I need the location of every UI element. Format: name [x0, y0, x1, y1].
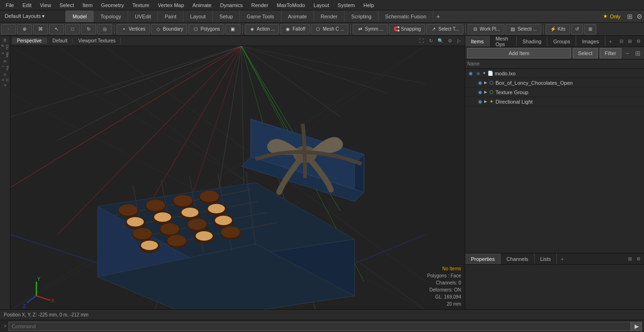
- boundary-btn[interactable]: ◇ Boundary: [151, 24, 188, 34]
- tb-globe[interactable]: ⊕: [17, 24, 32, 34]
- sidebar-label-c[interactable]: C: [3, 73, 7, 77]
- menu-help[interactable]: Help: [360, 1, 378, 9]
- add-layout-icon[interactable]: +: [433, 12, 443, 21]
- sidebar-label-mes[interactable]: Mes: [1, 51, 9, 58]
- props-tab-properties[interactable]: Properties: [465, 253, 501, 264]
- expand-arrow-root[interactable]: ▼: [482, 71, 486, 75]
- sidebar-label-uv[interactable]: UV: [1, 78, 9, 82]
- menu-animate[interactable]: Animate: [189, 1, 215, 9]
- command-input[interactable]: [8, 322, 631, 331]
- expand-view-btn[interactable]: ⊞: [584, 24, 596, 34]
- list-item-texgroup[interactable]: ◉ ▶ ⬡ Texture Group: [465, 88, 644, 97]
- visibility-icon-box[interactable]: ◉: [477, 80, 483, 86]
- menu-maxtomodo[interactable]: MaxToModo: [273, 1, 309, 9]
- tb-target-icon[interactable]: ◎: [97, 24, 112, 34]
- props-tab-lists[interactable]: Lists: [535, 253, 557, 264]
- viewport-3d[interactable]: Y X Z No Items Polygons : Face Channels:…: [10, 46, 465, 309]
- menu-system[interactable]: System: [334, 1, 359, 9]
- layout-tab-topology[interactable]: Topology: [94, 10, 128, 22]
- select-button[interactable]: Select: [573, 48, 598, 58]
- tab-mesh-ops[interactable]: Mesh Ops: [490, 36, 517, 47]
- vp-zoom-icon[interactable]: 🔍: [437, 37, 444, 45]
- vertices-btn[interactable]: • Vertices: [116, 24, 150, 34]
- default-layouts-dropdown[interactable]: Default Layouts ▾: [0, 10, 66, 22]
- maximize-icon[interactable]: ⊞: [625, 12, 635, 21]
- sidebar-label-e[interactable]: E: [3, 59, 7, 64]
- filter-button[interactable]: Filter: [600, 48, 621, 58]
- select-tool-btn[interactable]: ↗ Select T...: [426, 24, 463, 34]
- tb-select-arrow[interactable]: ↖: [49, 24, 64, 34]
- snapping-btn[interactable]: 🧲 Snapping: [389, 24, 425, 34]
- minus-button[interactable]: −: [623, 49, 632, 57]
- command-go-button[interactable]: ▶: [631, 322, 642, 331]
- sidebar-label-pol[interactable]: Pol: [1, 65, 9, 72]
- menu-render[interactable]: Render: [248, 1, 272, 9]
- work-plane-btn[interactable]: ⊟ Work Pl...: [468, 24, 504, 34]
- layout-tab-layout[interactable]: Layout: [183, 10, 213, 22]
- menu-geometry[interactable]: Geometry: [97, 1, 127, 9]
- layout-tab-uvedit[interactable]: UVEdit: [128, 10, 158, 22]
- layout-tab-model[interactable]: Model: [66, 10, 94, 22]
- vp-tab-viewport-textures[interactable]: Viewport Textures: [74, 38, 121, 44]
- settings-icon[interactable]: ⚙: [635, 12, 644, 21]
- panel-settings-icon[interactable]: ⚙: [635, 38, 642, 45]
- mesh-btn[interactable]: ⬡ Mesh C ...: [311, 24, 349, 34]
- vp-camera-icon[interactable]: ▷: [455, 37, 463, 45]
- layout-tab-animate[interactable]: Animate: [281, 10, 314, 22]
- symmetry-btn[interactable]: ⇄ Symm ...: [353, 24, 388, 34]
- add-item-button[interactable]: Add Item: [467, 48, 571, 58]
- sidebar-label-f[interactable]: F: [3, 83, 7, 88]
- menu-file[interactable]: File: [2, 1, 18, 9]
- panel-expand-icon[interactable]: ⊞: [626, 38, 634, 45]
- menu-texture[interactable]: Texture: [129, 1, 153, 9]
- sidebar-label-dup[interactable]: Dup: [1, 44, 9, 50]
- menu-dynamics[interactable]: Dynamics: [216, 1, 247, 9]
- props-tab-add[interactable]: +: [557, 255, 567, 263]
- refresh-btn[interactable]: ↺: [571, 24, 583, 34]
- tab-images[interactable]: Images: [576, 36, 605, 47]
- layout-tab-paint[interactable]: Paint: [158, 10, 183, 22]
- tb-rotate[interactable]: ↻: [81, 24, 96, 34]
- falloff-btn[interactable]: ◉ Falloff: [280, 24, 309, 34]
- list-item-box[interactable]: ◉ ▶ ⬡ Box_of_Loncy_Chocolates_Open: [465, 78, 644, 88]
- menu-vertexmap[interactable]: Vertex Map: [154, 1, 188, 9]
- sidebar-label-bi[interactable]: Bi: [3, 38, 7, 43]
- expand-button[interactable]: ⊞: [634, 49, 642, 57]
- vp-tab-default[interactable]: Default: [48, 38, 73, 44]
- list-item-dirlight[interactable]: ◉ ▶ ☀ Directional Light: [465, 97, 644, 106]
- tb-dot[interactable]: ·: [1, 24, 16, 34]
- visibility-icon-tex[interactable]: ◉: [477, 89, 483, 96]
- eye2-icon-root[interactable]: ◉: [475, 70, 481, 77]
- tab-items[interactable]: Items: [465, 36, 490, 47]
- selecti-btn[interactable]: ▤ Selecti ...: [505, 24, 541, 34]
- expand-arrow-box[interactable]: ▶: [484, 81, 487, 85]
- visibility-icon-light[interactable]: ◉: [477, 98, 483, 105]
- items-list[interactable]: ◉ ◉ ▼ 📄 modo.lxo ◉ ▶ ⬡ Box_of_Loncy_Choc…: [465, 69, 644, 253]
- expand-arrow-light[interactable]: ▶: [484, 99, 487, 104]
- menu-item[interactable]: Item: [79, 1, 96, 9]
- mode-btn[interactable]: ▣: [225, 24, 240, 34]
- props-expand-icon[interactable]: ⊞: [626, 255, 634, 263]
- polygons-btn[interactable]: ⬡ Polygons: [188, 24, 224, 34]
- menu-view[interactable]: View: [36, 1, 55, 9]
- vp-tab-perspective[interactable]: Perspective: [12, 38, 47, 44]
- tb-lasso[interactable]: ⌘: [33, 24, 48, 34]
- layout-tab-schematic[interactable]: Schematic Fusion: [379, 10, 433, 22]
- menu-edit[interactable]: Edit: [19, 1, 35, 9]
- tab-shading[interactable]: Shading: [517, 36, 547, 47]
- vp-gear-icon[interactable]: ⚙: [446, 37, 454, 45]
- tab-groups[interactable]: Groups: [547, 36, 576, 47]
- menu-layout[interactable]: Layout: [310, 1, 333, 9]
- star-only-filter[interactable]: ★ Only: [598, 12, 625, 20]
- list-item-root[interactable]: ◉ ◉ ▼ 📄 modo.lxo: [465, 69, 644, 78]
- visibility-icon-root[interactable]: ◉: [467, 70, 474, 77]
- layout-tab-gametools[interactable]: Game Tools: [240, 10, 281, 22]
- action-btn[interactable]: ◈ Action ...: [245, 24, 280, 34]
- vp-pan-icon[interactable]: ⛶: [418, 37, 425, 45]
- menu-select[interactable]: Select: [56, 1, 78, 9]
- vp-rotate-icon[interactable]: ↻: [427, 37, 435, 45]
- tab-add-icon[interactable]: +: [605, 36, 616, 47]
- tb-box-select[interactable]: □: [65, 24, 80, 34]
- layout-tab-render[interactable]: Render: [314, 10, 345, 22]
- kits-btn[interactable]: ⚡ Kits: [545, 24, 570, 34]
